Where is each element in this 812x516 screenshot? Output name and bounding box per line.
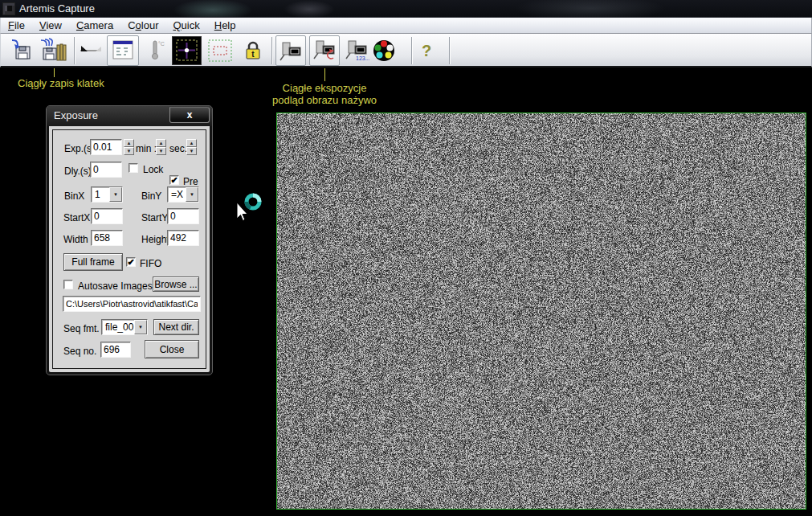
menu-camera[interactable]: Camera: [69, 18, 120, 33]
toolbar-separator: [411, 37, 413, 64]
seq-fmt-dropdown[interactable]: file_001 ▼: [101, 319, 148, 335]
menubar: File View Camera Colour Quick Help: [0, 18, 812, 34]
height-label: Height: [141, 234, 169, 245]
toolbar-separator: [271, 37, 273, 64]
starty-input[interactable]: [167, 208, 199, 224]
seq-no-label: Seq no.: [63, 346, 96, 357]
close-button[interactable]: Close: [145, 340, 199, 358]
full-frame-button[interactable]: Full frame: [63, 253, 123, 271]
menu-quick[interactable]: Quick: [165, 18, 206, 33]
toolbar-separator: [449, 37, 451, 64]
thermometer-icon: °C: [143, 39, 167, 63]
toolbar: °C t: [0, 34, 812, 68]
spin-down-icon[interactable]: ▼: [186, 147, 197, 155]
binx-label: BinX: [64, 190, 84, 202]
exposure-dialog: Exposure x Exp.(s) ▲ ▼ min : ▲ ▼ sec. ▲: [46, 105, 213, 375]
biny-label: BinY: [141, 190, 161, 202]
spin-up-icon[interactable]: ▲: [156, 139, 166, 147]
next-dir-button[interactable]: Next dir.: [153, 319, 199, 335]
binx-dropdown[interactable]: 1 ▼: [91, 186, 123, 203]
biny-dropdown[interactable]: =X ▼: [167, 186, 199, 203]
subframe-button[interactable]: [205, 37, 235, 64]
sequence-exposure-icon: 123...: [344, 38, 369, 63]
padlock-icon: t: [241, 39, 265, 63]
lock-label: Lock: [143, 164, 163, 175]
width-label: Width: [63, 234, 88, 245]
autosave-label: Autosave Images: [78, 281, 153, 292]
svg-text:?: ?: [422, 42, 431, 59]
lock-button[interactable]: t: [239, 37, 267, 64]
artemis-capture-window: Artemis Capture File View Camera Colour …: [0, 0, 812, 516]
continuous-exposure-button[interactable]: [309, 35, 340, 66]
cooler-button[interactable]: °C: [142, 37, 168, 64]
exposure-dialog-close-button[interactable]: x: [169, 107, 210, 123]
pre-checkbox[interactable]: ✔: [169, 175, 179, 185]
help-button[interactable]: ?: [414, 37, 439, 64]
autosave-checkbox[interactable]: [63, 280, 73, 289]
menu-file[interactable]: File: [1, 18, 32, 33]
single-exposure-icon: [278, 39, 304, 63]
spin-down-icon[interactable]: ▼: [124, 147, 134, 155]
annotation-line-left: [54, 68, 55, 77]
chevron-down-icon[interactable]: ▼: [186, 187, 198, 202]
spin-down-icon[interactable]: ▼: [156, 147, 166, 155]
delay-label: Dly.(s): [64, 166, 92, 177]
fifo-checkbox[interactable]: ✔: [126, 257, 136, 267]
continuous-save-button[interactable]: [37, 37, 71, 64]
levels-slider-icon: [79, 39, 103, 63]
chevron-down-icon[interactable]: ▼: [134, 320, 147, 334]
titlebar: Artemis Capture: [0, 0, 812, 18]
help-question-icon: ?: [414, 39, 439, 63]
width-input[interactable]: [91, 230, 123, 246]
workspace: Ciągły zapis klatek Ciągłe ekspozycje po…: [0, 68, 812, 515]
lock-checkbox[interactable]: [129, 163, 138, 173]
save-frame-button[interactable]: [7, 37, 36, 64]
pre-label: Pre: [183, 176, 198, 187]
annotation-left: Ciągły zapis klatek: [18, 77, 104, 89]
menu-view[interactable]: View: [32, 18, 69, 33]
annotation-right: Ciągłe ekspozycje podląd obrazu nażywo: [264, 82, 385, 106]
spin-up-icon[interactable]: ▲: [186, 139, 197, 147]
fifo-label: FIFO: [140, 258, 161, 269]
menu-colour[interactable]: Colour: [120, 18, 165, 33]
height-input[interactable]: [167, 230, 199, 246]
exposure-dialog-titlebar[interactable]: Exposure x: [47, 106, 212, 126]
min-label: min :: [136, 143, 157, 154]
window-title: Artemis Capture: [19, 2, 95, 14]
save-floppy-icon: [10, 39, 34, 63]
single-exposure-button[interactable]: [275, 35, 306, 66]
colour-wheel-icon: [371, 38, 397, 63]
startx-input[interactable]: [91, 208, 123, 224]
minutes-spinner[interactable]: ▲ ▼: [156, 139, 166, 155]
exposure-dialog-body: Exp.(s) ▲ ▼ min : ▲ ▼ sec. ▲ ▼ Dly.(s): [49, 126, 210, 372]
continuous-save-icon: [39, 38, 68, 63]
browse-button[interactable]: Browse ...: [153, 276, 199, 292]
sec-label: sec.: [169, 143, 187, 154]
exposure-dialog-title: Exposure: [54, 109, 98, 121]
exposure-dialog-icon: [111, 39, 135, 63]
live-preview-image[interactable]: [277, 113, 806, 509]
busy-spinner-icon: [247, 195, 259, 208]
histogram-stretch-button[interactable]: [76, 37, 105, 64]
toolbar-separator: [74, 37, 75, 64]
spin-up-icon[interactable]: ▲: [124, 139, 134, 147]
annotation-line-right: [324, 68, 325, 81]
target-reticle-icon: [173, 37, 201, 64]
menu-help[interactable]: Help: [207, 18, 243, 33]
starty-label: StartY: [141, 212, 168, 223]
app-icon: [2, 2, 15, 15]
chevron-down-icon[interactable]: ▼: [109, 187, 122, 202]
startx-label: StartX: [63, 212, 90, 223]
seq-no-input[interactable]: [100, 342, 131, 358]
exposure-spinner[interactable]: ▲ ▼: [124, 139, 134, 155]
mouse-cursor: [231, 188, 267, 227]
reticle-button[interactable]: [172, 36, 202, 65]
subframe-selection-icon: [206, 39, 234, 63]
seq-fmt-label: Seq fmt.: [63, 323, 100, 334]
exposure-seconds-input[interactable]: [90, 139, 122, 155]
delay-input[interactable]: [90, 162, 122, 178]
colour-synthesis-button[interactable]: [368, 37, 400, 64]
exposure-settings-button[interactable]: [107, 35, 139, 66]
autosave-path-input[interactable]: [63, 296, 201, 312]
seconds-spinner[interactable]: ▲ ▼: [186, 139, 197, 155]
